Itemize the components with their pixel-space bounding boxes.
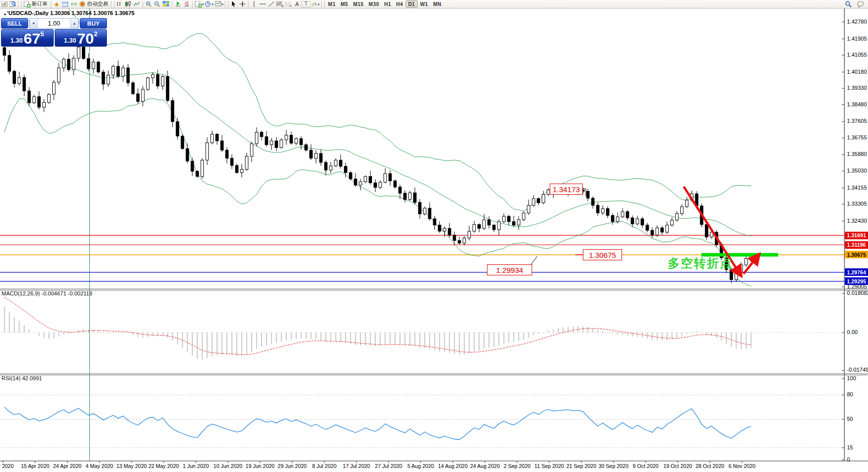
candle-body (636, 219, 639, 224)
tf-h1[interactable]: H1 (382, 1, 394, 8)
date-label: 14 Aug 2020 (438, 463, 468, 469)
buy-button[interactable]: BUY (80, 18, 107, 29)
chart-shift-icon[interactable] (182, 1, 191, 8)
zoom-out-icon[interactable] (153, 1, 162, 8)
volume-increase-button[interactable]: ▲ (70, 19, 78, 28)
candle-body (235, 166, 238, 173)
price-label-1.30675[interactable]: 1.30675 (583, 249, 622, 260)
search-icon[interactable] (844, 1, 852, 8)
date-label: 11 Sep 2020 (535, 463, 564, 469)
signal-icon[interactable] (70, 1, 78, 8)
candle-body (354, 179, 357, 185)
rsi-axis-tick: 0 (847, 456, 850, 462)
candle-body (680, 207, 683, 214)
price-axis-tick: 1.41055 (847, 52, 867, 58)
buy-price-display[interactable]: 1.30 70 2 (55, 29, 107, 47)
candle-body (601, 209, 604, 213)
candle-body (513, 222, 516, 225)
tile-windows-icon[interactable] (162, 1, 170, 8)
new-order-icon[interactable] (23, 1, 31, 8)
chart-window-icon[interactable] (0, 1, 9, 8)
date-label: 29 Jun 2020 (278, 463, 307, 469)
tf-mn[interactable]: MN (431, 1, 444, 8)
candle-body (478, 225, 481, 229)
candle-body (319, 153, 322, 163)
sell-price-display[interactable]: 1.30 67 5 (1, 29, 54, 47)
candle-body (364, 177, 367, 182)
candle-body (230, 158, 233, 166)
volume-decrease-button[interactable]: ▼ (30, 19, 38, 28)
candle-body (369, 177, 372, 183)
candle-body (270, 141, 273, 145)
candle-body (53, 82, 56, 94)
candle-body (260, 132, 263, 137)
tf-h4[interactable]: H4 (394, 1, 406, 8)
auto-trading-button[interactable]: 自动交易 (87, 1, 108, 8)
auto-scroll-icon[interactable] (174, 1, 182, 8)
candle-body (487, 220, 490, 225)
market-watch-icon[interactable]: ◆ (53, 1, 61, 8)
chat-icon[interactable] (856, 1, 865, 8)
candlestick-icon[interactable] (124, 1, 133, 8)
new-order-button[interactable]: 新订单 (32, 1, 48, 8)
templates-icon[interactable]: ▾ (214, 1, 224, 8)
collapse-panel-icon[interactable]: ▴ (4, 12, 6, 16)
vertical-line-icon[interactable] (250, 1, 259, 8)
arrows-tool-icon[interactable]: ▾ (311, 1, 320, 8)
tf-d1[interactable]: D1 (406, 1, 418, 8)
periods-icon[interactable]: ▾ (204, 1, 214, 8)
candle-body (251, 144, 254, 156)
candle-body (43, 102, 46, 107)
candle-body (409, 193, 412, 199)
candle-body (443, 228, 446, 231)
candle-body (389, 174, 392, 181)
trendline-icon[interactable] (267, 1, 276, 8)
line-chart-icon[interactable] (133, 1, 141, 8)
text-label-icon[interactable]: T (301, 1, 311, 8)
tf-w1[interactable]: W1 (418, 1, 431, 8)
zoom-in-icon[interactable] (145, 1, 153, 8)
candle-body (181, 136, 184, 148)
candle-body (414, 193, 417, 202)
candle-body (656, 228, 659, 235)
bollinger-upper-band (5, 0, 751, 211)
candle-body (661, 228, 664, 232)
tf-m1[interactable]: M1 (326, 1, 338, 8)
crosshair-icon[interactable] (238, 1, 246, 8)
tf-m5[interactable]: M5 (338, 1, 350, 8)
candle-body (206, 143, 209, 160)
indicators-icon[interactable]: ▾ (194, 1, 205, 8)
svg-text:E: E (282, 5, 284, 7)
candle-body (671, 220, 674, 225)
fibo-fan-icon[interactable]: F (284, 1, 293, 8)
candle-body (18, 77, 21, 83)
price-axis-tick: 1.35030 (847, 168, 867, 174)
data-window-icon[interactable] (61, 1, 70, 8)
date-label: 4 May 2020 (86, 463, 113, 469)
chart-preview-icon[interactable] (9, 1, 17, 8)
tf-m30[interactable]: M30 (366, 1, 382, 8)
volume-input[interactable]: 1.00 (38, 19, 70, 28)
price-axis-tick: 1.41905 (847, 36, 867, 42)
horizontal-line-icon[interactable] (259, 1, 267, 8)
tf-m15[interactable]: M15 (350, 1, 366, 8)
fibonacci-icon[interactable]: E (276, 1, 284, 8)
sell-button[interactable]: SELL (1, 18, 28, 29)
chart-canvas[interactable] (0, 0, 868, 472)
candle-body (626, 212, 629, 218)
candle-body (87, 59, 90, 69)
turning-point-note[interactable]: 多空转折点 (668, 255, 733, 271)
candle-body (102, 72, 105, 84)
one-click-trading-panel: SELL ▼ 1.00 ▲ BUY 1.30 67 5 1.30 70 2 (1, 18, 107, 47)
price-axis-tick: 1.40180 (847, 69, 867, 75)
candle-body (745, 258, 748, 265)
price-label-1.29934[interactable]: 1.29934 (487, 264, 532, 275)
rsi-indicator-label: RSI(14) 42.0991 (2, 375, 42, 381)
bar-chart-icon[interactable] (115, 1, 124, 8)
price-label-1.34173[interactable]: 1.34173 (550, 184, 583, 195)
auto-trading-icon[interactable] (78, 1, 87, 8)
cursor-icon[interactable] (229, 1, 238, 8)
candle-body (67, 59, 70, 70)
text-icon[interactable]: A (293, 1, 301, 8)
candle-body (532, 199, 535, 205)
